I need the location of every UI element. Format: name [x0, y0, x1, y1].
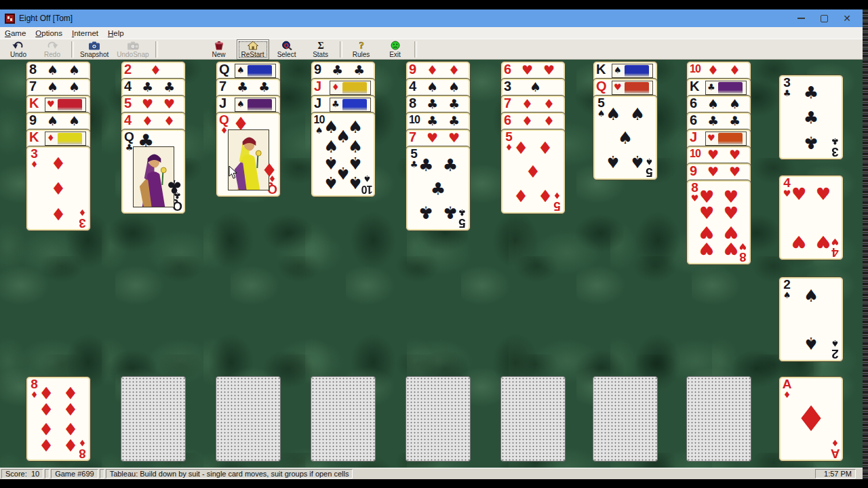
face-art-band [58, 99, 82, 110]
tableau-2-card-Q-club[interactable]: Q♣Q♣♣♣ [121, 129, 186, 214]
toolbar-stats-button[interactable]: ΣStats [304, 39, 337, 60]
menu-item-help[interactable]: Help [103, 27, 129, 39]
toolbar-snapshot-button[interactable]: Snapshot [77, 39, 112, 60]
face-art-band [248, 99, 272, 110]
club-pip-icon: ♣ [707, 114, 719, 127]
card-rank: J [314, 95, 321, 111]
club-pip-icon: ♣ [163, 80, 175, 94]
foundation-clubs-card-3-club[interactable]: 3♣3♣♣♣♣ [778, 75, 844, 160]
face-art-strip: ♣ [705, 81, 747, 95]
card-rank: 8 [29, 61, 37, 77]
card-rank: 5 [551, 200, 563, 213]
face-art-strip: ♣ [330, 98, 371, 112]
club-pip-icon: ♣ [418, 203, 433, 220]
maximize-button[interactable] [812, 9, 835, 27]
app-icon [5, 14, 15, 24]
toolbar-button-label: UndoSnap [117, 51, 149, 58]
freecell-6-empty[interactable] [500, 376, 566, 462]
menu-item-options[interactable]: Options [31, 27, 67, 39]
toolbar-exit-button[interactable]: Exit [379, 39, 412, 60]
maximize-icon [821, 15, 828, 22]
mouse-cursor [229, 165, 238, 182]
foundation-diamonds-card-A-diamond[interactable]: A♦A♦♦ [778, 376, 844, 462]
heart-pip-icon: ♥ [163, 97, 175, 110]
spade-pip-icon: ♠ [348, 174, 363, 190]
diamond-pip-icon: ♦ [513, 186, 528, 203]
club-pip-icon: ♣ [427, 97, 438, 110]
card-rank: K [29, 129, 39, 145]
freecell-2-empty[interactable] [121, 376, 186, 462]
toolbar-select-button[interactable]: QSelect [271, 39, 303, 60]
question-key-icon: ? [355, 41, 368, 50]
diamond-pip-icon: ♦ [63, 384, 78, 401]
spade-pip-icon: ♠ [68, 63, 80, 77]
freecell-5-empty[interactable] [406, 376, 471, 462]
tableau-1-card-3-diamond[interactable]: 3♦3♦♦♦♦ [26, 146, 91, 231]
toolbar-button-label: Snapshot [80, 51, 108, 58]
foundation-hearts-card-4-heart[interactable]: 4♥4♥♥♥♥♥ [778, 175, 844, 260]
toolbar-new-button[interactable]: New [203, 39, 235, 60]
spade-pip-icon: ♠ [237, 98, 245, 110]
card-rank: 4 [124, 112, 132, 128]
statusbar: Score: 10 Game #699 Tableau: Build down … [0, 468, 863, 479]
close-button[interactable]: ✕ [835, 9, 859, 27]
menu-item-internet[interactable]: Internet [67, 27, 103, 39]
toolbar: UndoRedoSnapshotUndoSnapNewReStartQSelec… [0, 39, 863, 60]
tableau-3-card-Q-diamond[interactable]: Q♦Q♦♦♦ [216, 112, 281, 197]
card-rank: 2 [829, 348, 841, 361]
club-pip-icon: ♣ [729, 114, 741, 127]
spade-pip-icon: ♠ [614, 64, 622, 77]
freecell-4-empty[interactable] [311, 376, 376, 462]
freecell-1-card-8-diamond[interactable]: 8♦8♦♦♦♦♦♦♦♦♦ [26, 376, 91, 462]
toolbar-rules-button[interactable]: ?Rules [345, 39, 378, 60]
spade-pip-icon: ♠ [804, 334, 818, 351]
spade-pip-icon: ♠ [47, 114, 58, 127]
toolbar-undosnap-button[interactable]: UndoSnap [113, 39, 152, 60]
toolbar-separator [71, 41, 74, 58]
heart-pip-icon: ♥ [614, 81, 622, 94]
tableau-6-card-5-diamond[interactable]: 5♦5♦♦♦♦♦♦ [500, 129, 566, 214]
heart-pip-icon: ♥ [699, 205, 714, 222]
card-rank: J [690, 129, 697, 145]
freecell-8-empty[interactable] [686, 376, 751, 462]
toolbar-undo-button[interactable]: Undo [2, 39, 35, 60]
toolbar-separator [155, 41, 158, 58]
spade-pip-icon: ♠ [427, 80, 438, 94]
freecell-3-empty[interactable] [216, 376, 281, 462]
camera-disabled-icon [126, 41, 140, 50]
card-rank: 5 [124, 95, 132, 111]
foundation-spades-card-2-spade[interactable]: 2♠2♠♠♠ [778, 277, 844, 362]
card-rank: 10 [690, 146, 701, 162]
club-pip-icon: ♣ [332, 63, 343, 77]
minimize-button[interactable] [789, 9, 812, 27]
svg-text:Q: Q [283, 41, 288, 48]
menu-item-game[interactable]: Game [0, 27, 31, 39]
diamond-pip-icon: ♦ [521, 97, 533, 110]
toolbar-redo-button[interactable]: Redo [36, 39, 68, 60]
tableau-4-card-10-spade[interactable]: 10♠10♠♠♠♠♠♠♠♠♠♠♠ [311, 112, 376, 197]
tableau-5-card-5-club[interactable]: 5♣5♣♣♣♣♣♣ [406, 146, 471, 231]
tableau-8-card-8-heart[interactable]: 8♥8♥♥♥♥♥♥♥♥♥ [686, 180, 751, 265]
card-rank: 10 [690, 61, 701, 77]
spade-pip-icon: ♠ [68, 80, 80, 94]
club-pip-icon: ♣ [707, 81, 715, 94]
toolbar-restart-button[interactable]: ReStart [237, 39, 269, 60]
heart-pip-icon: ♥ [724, 223, 738, 240]
diamond-pip-icon: ♦ [543, 114, 555, 127]
club-pip-icon: ♣ [443, 203, 458, 220]
card-rank: 3 [28, 147, 40, 160]
undo-icon [12, 41, 25, 50]
face-art-band [342, 99, 367, 110]
card-corner: 4♥ [829, 237, 841, 259]
club-pip-icon: ♣ [418, 157, 433, 174]
card-rank: K [29, 95, 39, 111]
face-art-strip: ♥ [612, 81, 653, 95]
card-corner: 2♠ [781, 278, 793, 300]
card-corner: 5♠ [644, 157, 655, 179]
freecell-7-empty[interactable] [593, 376, 658, 462]
diamond-pip-icon: ♦ [63, 420, 78, 436]
tableau-7-card-5-spade[interactable]: 5♠5♠♠♠♠♠♠ [593, 95, 658, 180]
heart-pip-icon: ♥ [724, 188, 738, 205]
heart-pip-icon: ♥ [47, 98, 55, 110]
club-pip-icon: ♣ [166, 177, 182, 196]
